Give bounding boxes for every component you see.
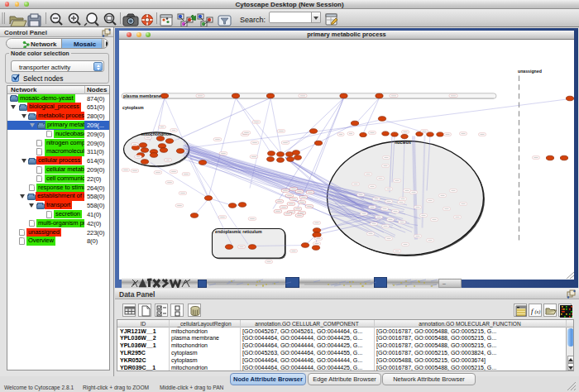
svg-text:plasma membrane: plasma membrane bbox=[123, 93, 161, 98]
svg-text:(x): (x) bbox=[535, 309, 541, 315]
svg-text:nucleus: nucleus bbox=[395, 140, 411, 145]
svg-text:cytoplasm: cytoplasm bbox=[122, 105, 144, 110]
svg-text:endoplasmic reticulum: endoplasmic reticulum bbox=[215, 228, 262, 233]
svg-text:f: f bbox=[531, 307, 534, 315]
svg-text:Search:: Search: bbox=[240, 16, 266, 24]
svg-text:unassigned: unassigned bbox=[518, 69, 542, 74]
svg-text:mitochondrion: mitochondrion bbox=[141, 131, 171, 136]
